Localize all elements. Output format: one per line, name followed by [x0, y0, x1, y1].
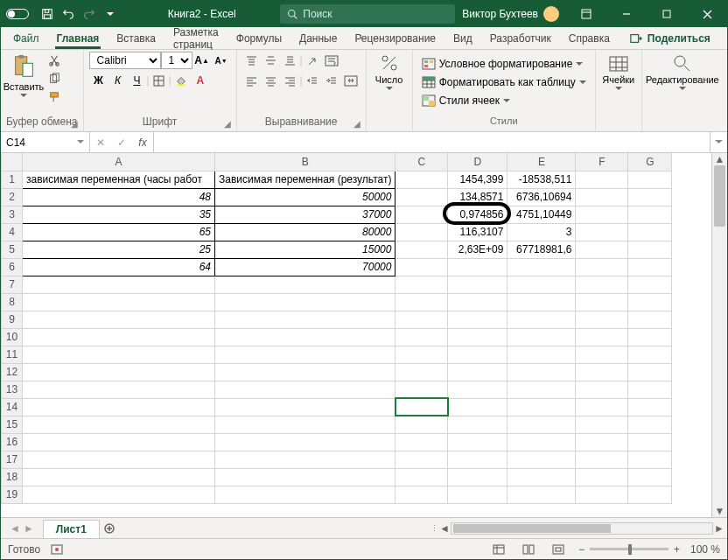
- cell-F10[interactable]: [576, 328, 628, 346]
- cell-B19[interactable]: [215, 486, 396, 503]
- cell-G15[interactable]: [628, 416, 672, 433]
- cell-A15[interactable]: [23, 416, 215, 433]
- redo-icon[interactable]: [80, 4, 99, 24]
- cell-G17[interactable]: [628, 451, 672, 468]
- cell-E2[interactable]: 6736,10694: [508, 188, 576, 206]
- cell-D3[interactable]: 0,974856: [448, 206, 508, 223]
- add-sheet-icon[interactable]: [100, 518, 119, 538]
- cell-E9[interactable]: [508, 311, 576, 328]
- cell-C8[interactable]: [396, 293, 448, 311]
- cell-F17[interactable]: [576, 451, 628, 468]
- cell-G5[interactable]: [628, 241, 672, 258]
- cell-E18[interactable]: [508, 468, 576, 486]
- cell-C2[interactable]: [396, 188, 448, 206]
- cell-B8[interactable]: [215, 293, 396, 311]
- cell-C17[interactable]: [396, 451, 448, 468]
- cell-F5[interactable]: [576, 241, 628, 258]
- scroll-up-icon[interactable]: ▲: [712, 153, 727, 165]
- tab-data[interactable]: Данные: [290, 27, 346, 49]
- row-header-19[interactable]: 19: [2, 486, 23, 503]
- row-header-12[interactable]: 12: [2, 363, 23, 381]
- cell-G6[interactable]: [628, 258, 672, 276]
- share-button[interactable]: Поделиться: [619, 27, 722, 49]
- tab-layout[interactable]: Разметка страниц: [164, 27, 228, 49]
- scroll-right-icon[interactable]: ►: [713, 522, 725, 535]
- cell-G4[interactable]: [628, 223, 672, 241]
- cell-F14[interactable]: [576, 398, 628, 416]
- select-all[interactable]: [2, 153, 23, 171]
- expand-formula-bar-icon[interactable]: [710, 132, 727, 152]
- dialog-launcher-icon[interactable]: ◢: [354, 119, 360, 129]
- cell-A6[interactable]: 64: [23, 258, 215, 276]
- cell-D1[interactable]: 1454,399: [448, 171, 508, 188]
- cell-G2[interactable]: [628, 188, 672, 206]
- cell-A9[interactable]: [23, 311, 215, 328]
- cell-C1[interactable]: [396, 171, 448, 188]
- cell-F15[interactable]: [576, 416, 628, 433]
- cell-C5[interactable]: [396, 241, 448, 258]
- cell-E4[interactable]: 3: [508, 223, 576, 241]
- cell-G14[interactable]: [628, 398, 672, 416]
- bold-button[interactable]: Ж: [89, 72, 108, 89]
- cell-A3[interactable]: 35: [23, 206, 215, 223]
- font-color-icon[interactable]: А: [191, 72, 210, 89]
- cell-G8[interactable]: [628, 293, 672, 311]
- cell-D7[interactable]: [448, 276, 508, 293]
- cell-B11[interactable]: [215, 346, 396, 363]
- font-name-select[interactable]: Calibri: [89, 52, 161, 69]
- col-header-B[interactable]: B: [215, 153, 396, 171]
- align-center-icon[interactable]: [262, 72, 281, 89]
- cell-A2[interactable]: 48: [23, 188, 215, 206]
- scroll-thumb[interactable]: [714, 165, 725, 227]
- editing-button[interactable]: Редактирование: [648, 52, 718, 93]
- cell-D2[interactable]: 134,8571: [448, 188, 508, 206]
- cell-B14[interactable]: [215, 398, 396, 416]
- align-top-icon[interactable]: [242, 52, 262, 69]
- row-header-5[interactable]: 5: [2, 241, 23, 258]
- cell-C18[interactable]: [396, 468, 448, 486]
- cell-D11[interactable]: [448, 346, 508, 363]
- cell-B17[interactable]: [215, 451, 396, 468]
- cell-A1[interactable]: зависимая переменная (часы работ: [23, 171, 215, 188]
- row-header-15[interactable]: 15: [2, 416, 23, 433]
- page-layout-view-icon[interactable]: [519, 542, 538, 557]
- tab-review[interactable]: Рецензирование: [346, 27, 444, 49]
- cell-A7[interactable]: [23, 276, 215, 293]
- cell-D17[interactable]: [448, 451, 508, 468]
- conditional-formatting-button[interactable]: Условное форматирование: [418, 55, 587, 73]
- cell-E16[interactable]: [508, 433, 576, 451]
- row-header-10[interactable]: 10: [2, 328, 23, 346]
- format-painter-icon[interactable]: [45, 88, 64, 106]
- qat-dropdown-icon[interactable]: [101, 4, 120, 24]
- cell-B12[interactable]: [215, 363, 396, 381]
- tab-help[interactable]: Справка: [560, 27, 619, 49]
- cell-G1[interactable]: [628, 171, 672, 188]
- cell-F19[interactable]: [576, 486, 628, 503]
- number-format-button[interactable]: Число: [372, 52, 407, 93]
- next-sheet-icon[interactable]: ►: [24, 522, 34, 535]
- italic-button[interactable]: К: [108, 72, 128, 89]
- cell-B6[interactable]: 70000: [215, 258, 396, 276]
- macro-record-icon[interactable]: [51, 544, 63, 555]
- cell-G10[interactable]: [628, 328, 672, 346]
- row-header-8[interactable]: 8: [2, 293, 23, 311]
- formula-input[interactable]: [154, 132, 710, 152]
- cell-G16[interactable]: [628, 433, 672, 451]
- cell-F13[interactable]: [576, 381, 628, 398]
- col-header-G[interactable]: G: [628, 153, 672, 171]
- cell-A11[interactable]: [23, 346, 215, 363]
- borders-icon[interactable]: [150, 72, 169, 89]
- cell-B9[interactable]: [215, 311, 396, 328]
- cell-F12[interactable]: [576, 363, 628, 381]
- zoom-in-icon[interactable]: +: [674, 543, 680, 556]
- row-header-1[interactable]: 1: [2, 171, 23, 188]
- col-header-F[interactable]: F: [576, 153, 628, 171]
- cell-C14[interactable]: [396, 398, 448, 416]
- row-header-13[interactable]: 13: [2, 381, 23, 398]
- cell-A12[interactable]: [23, 363, 215, 381]
- cell-B18[interactable]: [215, 468, 396, 486]
- vertical-scrollbar[interactable]: ▲ ▼: [711, 153, 727, 517]
- autosave-toggle[interactable]: [1, 9, 34, 19]
- cell-D10[interactable]: [448, 328, 508, 346]
- row-header-7[interactable]: 7: [2, 276, 23, 293]
